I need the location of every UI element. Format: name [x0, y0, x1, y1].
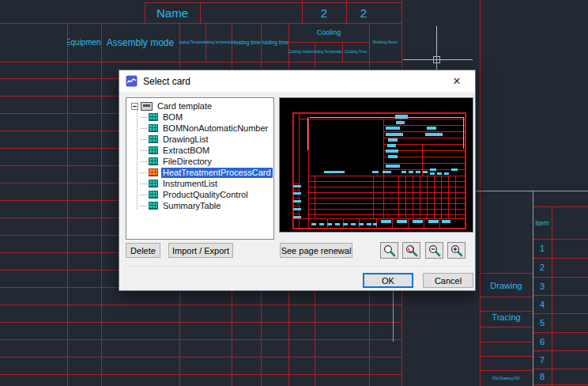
- tree-item-label: InstrumentList: [161, 179, 219, 189]
- magnifier-minus-icon: [428, 244, 441, 257]
- preview-element: [308, 203, 466, 204]
- preview-element: [416, 171, 420, 173]
- tree-collapse-icon[interactable]: [131, 103, 138, 110]
- card-icon: [149, 191, 158, 199]
- preview-element: [292, 206, 299, 206]
- preview-element: [293, 185, 301, 187]
- preview-element: [373, 223, 377, 225]
- tree-branch-line: [140, 150, 147, 151]
- card-icon-selected: [149, 168, 158, 176]
- preview-element: [308, 214, 466, 215]
- preview-element: [367, 223, 371, 225]
- tree-root-label: Card template: [156, 101, 213, 112]
- see-page-renewal-button[interactable]: See page renewal: [280, 243, 352, 258]
- magnifier-plus-icon: [450, 244, 463, 257]
- preview-element: [434, 176, 435, 218]
- card-icon: [149, 202, 158, 210]
- tree-branch-line: [140, 206, 147, 206]
- crosshair-pickbox: [433, 56, 440, 63]
- card-icon: [149, 157, 158, 165]
- tree-item-drawinglist[interactable]: DrawingList: [130, 134, 273, 145]
- tree-branch-line: [140, 184, 147, 184]
- tree-item-bomnonautomaticnumber[interactable]: BOMNonAutomaticNumber: [130, 123, 273, 134]
- tree-item-summarytable[interactable]: SummaryTable: [130, 200, 273, 211]
- zoom-refresh-button[interactable]: [402, 242, 420, 259]
- cancel-button[interactable]: Cancel: [423, 273, 473, 288]
- preview-element: [293, 216, 301, 218]
- preview-element: [373, 176, 374, 218]
- preview-element: [383, 131, 466, 132]
- preview-element: [315, 176, 315, 218]
- tree-item-productqualitycontrol[interactable]: ProductQualityControl: [130, 189, 273, 200]
- preview-element: [396, 121, 405, 124]
- preview-element: [392, 218, 393, 229]
- import-export-button[interactable]: Import / Export: [168, 243, 233, 258]
- preview-element: [359, 223, 364, 225]
- preview-element: [308, 187, 466, 187]
- zoom-window-button[interactable]: [380, 242, 398, 259]
- tree-item-label: DrawingList: [161, 134, 209, 145]
- preview-element: [351, 223, 356, 225]
- dialog-separator: [126, 267, 470, 268]
- preview-element: [324, 171, 345, 173]
- delete-button[interactable]: Delete: [126, 243, 160, 258]
- preview-element: [420, 176, 420, 218]
- preview-canvas: [280, 98, 473, 232]
- preview-element: [343, 223, 348, 225]
- preview-element: [401, 171, 406, 173]
- preview-element: [381, 220, 391, 223]
- tree-item-instrumentlist[interactable]: InstrumentList: [130, 178, 273, 189]
- cad-application-canvas: Name 2 2 Equipment Assembly mode Chargin…: [0, 0, 588, 386]
- zoom-in-button[interactable]: [447, 242, 466, 259]
- tree-item-heattreatmentprocesscard-selected[interactable]: HeatTreatmentProcessCard: [130, 167, 273, 178]
- preview-element: [308, 176, 466, 176]
- preview-element: [299, 112, 300, 229]
- preview-element: [423, 171, 428, 173]
- tree-item-extractbom[interactable]: ExtractBOM: [130, 145, 273, 156]
- card-template-tree-panel[interactable]: Card template BOM BOMNonAutomaticNumber …: [126, 97, 274, 240]
- preview-sheet-border: [292, 112, 466, 229]
- preview-element: [372, 171, 379, 173]
- preview-element: [293, 192, 301, 195]
- preview-element: [424, 218, 424, 229]
- tree-item-label: ExtractBOM: [161, 146, 211, 156]
- card-preview-panel[interactable]: [279, 97, 473, 233]
- tree-root-card-template[interactable]: Card template: [130, 100, 273, 112]
- preview-element: [308, 209, 466, 210]
- preview-element: [383, 119, 384, 176]
- preview-element: [383, 163, 466, 164]
- preview-element: [427, 176, 428, 218]
- magnifier-refresh-icon: [405, 244, 418, 257]
- preview-element: [395, 115, 408, 119]
- tree-item-label: FileDirectory: [161, 157, 213, 167]
- preview-element: [405, 176, 406, 218]
- preview-element: [292, 214, 299, 214]
- tree-item-label: HeatTreatmentProcessCard: [161, 168, 273, 178]
- preview-element: [307, 117, 308, 150]
- preview-element: [427, 127, 436, 130]
- preview-element: [335, 223, 340, 225]
- preview-element: [388, 138, 398, 142]
- card-icon: [149, 135, 158, 143]
- tree-branch-line: [140, 161, 147, 162]
- zoom-out-button[interactable]: [425, 242, 443, 259]
- select-card-dialog: Select card ✕ Card template BOM: [119, 70, 476, 291]
- close-icon[interactable]: ✕: [445, 72, 469, 90]
- preview-element: [409, 171, 413, 173]
- dialog-title: Select card: [143, 76, 190, 87]
- dialog-titlebar[interactable]: Select card ✕: [119, 70, 475, 92]
- tree-item-bom[interactable]: BOM: [130, 112, 273, 123]
- preview-element: [310, 117, 463, 118]
- tree-item-filedirectory[interactable]: FileDirectory: [130, 156, 273, 167]
- preview-element: [448, 176, 449, 218]
- ok-button[interactable]: OK: [363, 273, 413, 288]
- preview-element: [430, 172, 435, 175]
- preview-element: [442, 220, 450, 223]
- preview-element: [386, 133, 403, 136]
- preview-element: [386, 165, 400, 168]
- preview-element: [444, 172, 449, 175]
- preview-element: [425, 133, 443, 136]
- preview-element: [311, 223, 316, 225]
- preview-element: [388, 155, 398, 158]
- preview-element: [327, 223, 332, 225]
